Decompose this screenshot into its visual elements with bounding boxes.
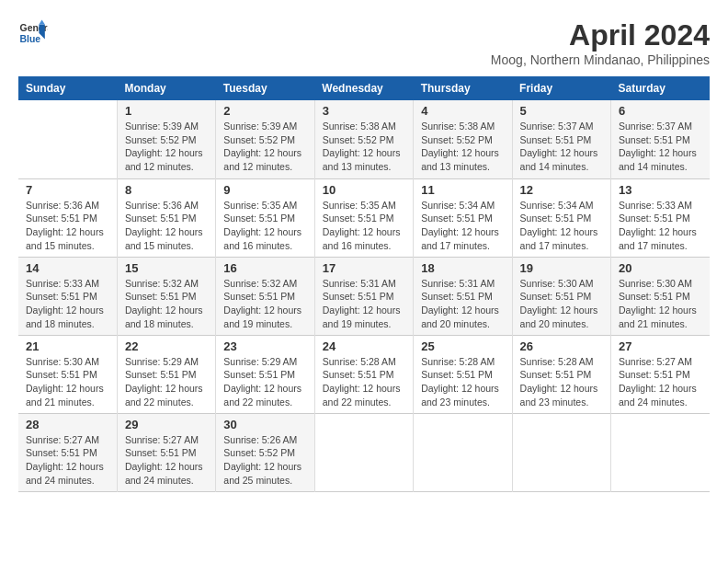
calendar-cell: 28Sunrise: 5:27 AMSunset: 5:51 PMDayligh… xyxy=(18,413,117,491)
weekday-header-friday: Friday xyxy=(512,76,610,100)
day-number: 11 xyxy=(421,183,504,197)
day-number: 18 xyxy=(421,261,504,275)
calendar-week-row: 7Sunrise: 5:36 AMSunset: 5:51 PMDaylight… xyxy=(18,178,710,257)
weekday-header-wednesday: Wednesday xyxy=(314,76,413,100)
calendar-cell: 24Sunrise: 5:28 AMSunset: 5:51 PMDayligh… xyxy=(314,335,413,413)
calendar-cell: 16Sunrise: 5:32 AMSunset: 5:51 PMDayligh… xyxy=(216,257,314,335)
day-number: 22 xyxy=(125,339,208,353)
day-number: 9 xyxy=(223,183,306,197)
calendar-cell: 25Sunrise: 5:28 AMSunset: 5:51 PMDayligh… xyxy=(414,335,512,413)
calendar-week-row: 1Sunrise: 5:39 AMSunset: 5:52 PMDaylight… xyxy=(18,100,710,178)
day-info: Sunrise: 5:27 AMSunset: 5:51 PMDaylight:… xyxy=(26,433,109,488)
weekday-header-sunday: Sunday xyxy=(18,76,117,100)
weekday-header-thursday: Thursday xyxy=(414,76,512,100)
day-info: Sunrise: 5:29 AMSunset: 5:51 PMDaylight:… xyxy=(125,355,208,409)
day-info: Sunrise: 5:32 AMSunset: 5:51 PMDaylight:… xyxy=(125,277,208,331)
day-info: Sunrise: 5:28 AMSunset: 5:51 PMDaylight:… xyxy=(323,355,405,409)
calendar-cell: 23Sunrise: 5:29 AMSunset: 5:51 PMDayligh… xyxy=(216,335,314,413)
calendar-cell: 9Sunrise: 5:35 AMSunset: 5:51 PMDaylight… xyxy=(216,178,314,257)
day-number: 24 xyxy=(323,339,405,353)
day-info: Sunrise: 5:38 AMSunset: 5:52 PMDaylight:… xyxy=(323,120,405,174)
calendar-cell: 30Sunrise: 5:26 AMSunset: 5:52 PMDayligh… xyxy=(216,413,314,491)
day-number: 7 xyxy=(26,183,109,197)
day-number: 30 xyxy=(223,418,306,431)
day-number: 21 xyxy=(26,339,109,353)
day-info: Sunrise: 5:33 AMSunset: 5:51 PMDaylight:… xyxy=(26,277,109,331)
day-number: 1 xyxy=(125,104,208,118)
day-number: 10 xyxy=(323,183,405,197)
day-info: Sunrise: 5:38 AMSunset: 5:52 PMDaylight:… xyxy=(421,120,504,174)
day-number: 28 xyxy=(26,418,109,431)
day-number: 2 xyxy=(223,104,306,118)
calendar-cell: 14Sunrise: 5:33 AMSunset: 5:51 PMDayligh… xyxy=(18,257,117,335)
calendar-cell: 13Sunrise: 5:33 AMSunset: 5:51 PMDayligh… xyxy=(611,178,710,257)
calendar-cell xyxy=(611,413,710,491)
day-number: 12 xyxy=(520,183,603,197)
calendar-cell: 29Sunrise: 5:27 AMSunset: 5:51 PMDayligh… xyxy=(117,413,215,491)
day-info: Sunrise: 5:33 AMSunset: 5:51 PMDaylight:… xyxy=(619,199,702,253)
calendar-cell xyxy=(314,413,413,491)
calendar-cell: 6Sunrise: 5:37 AMSunset: 5:51 PMDaylight… xyxy=(611,100,710,178)
calendar-cell: 5Sunrise: 5:37 AMSunset: 5:51 PMDaylight… xyxy=(512,100,610,178)
calendar-cell: 3Sunrise: 5:38 AMSunset: 5:52 PMDaylight… xyxy=(314,100,413,178)
svg-marker-3 xyxy=(39,20,44,25)
calendar-cell: 1Sunrise: 5:39 AMSunset: 5:52 PMDaylight… xyxy=(117,100,215,178)
day-info: Sunrise: 5:30 AMSunset: 5:51 PMDaylight:… xyxy=(520,277,603,331)
calendar-cell: 4Sunrise: 5:38 AMSunset: 5:52 PMDaylight… xyxy=(414,100,512,178)
day-info: Sunrise: 5:28 AMSunset: 5:51 PMDaylight:… xyxy=(421,355,504,409)
day-info: Sunrise: 5:36 AMSunset: 5:51 PMDaylight:… xyxy=(26,199,109,253)
calendar-cell: 19Sunrise: 5:30 AMSunset: 5:51 PMDayligh… xyxy=(512,257,610,335)
day-info: Sunrise: 5:37 AMSunset: 5:51 PMDaylight:… xyxy=(520,120,603,174)
calendar-cell: 2Sunrise: 5:39 AMSunset: 5:52 PMDaylight… xyxy=(216,100,314,178)
weekday-header-saturday: Saturday xyxy=(611,76,710,100)
calendar-cell: 21Sunrise: 5:30 AMSunset: 5:51 PMDayligh… xyxy=(18,335,117,413)
calendar-week-row: 28Sunrise: 5:27 AMSunset: 5:51 PMDayligh… xyxy=(18,413,710,491)
calendar-week-row: 14Sunrise: 5:33 AMSunset: 5:51 PMDayligh… xyxy=(18,257,710,335)
day-info: Sunrise: 5:39 AMSunset: 5:52 PMDaylight:… xyxy=(125,120,208,174)
day-number: 17 xyxy=(323,261,405,275)
calendar-cell: 27Sunrise: 5:27 AMSunset: 5:51 PMDayligh… xyxy=(611,335,710,413)
title-block: April 2024 Moog, Northern Mindanao, Phil… xyxy=(491,18,710,67)
day-info: Sunrise: 5:35 AMSunset: 5:51 PMDaylight:… xyxy=(223,199,306,253)
day-info: Sunrise: 5:27 AMSunset: 5:51 PMDaylight:… xyxy=(619,355,702,409)
day-number: 26 xyxy=(520,339,603,353)
calendar-cell: 10Sunrise: 5:35 AMSunset: 5:51 PMDayligh… xyxy=(314,178,413,257)
day-info: Sunrise: 5:31 AMSunset: 5:51 PMDaylight:… xyxy=(323,277,405,331)
day-info: Sunrise: 5:26 AMSunset: 5:52 PMDaylight:… xyxy=(223,433,306,488)
day-info: Sunrise: 5:34 AMSunset: 5:51 PMDaylight:… xyxy=(421,199,504,253)
day-number: 5 xyxy=(520,104,603,118)
day-number: 15 xyxy=(125,261,208,275)
day-info: Sunrise: 5:32 AMSunset: 5:51 PMDaylight:… xyxy=(223,277,306,331)
calendar-cell: 17Sunrise: 5:31 AMSunset: 5:51 PMDayligh… xyxy=(314,257,413,335)
calendar-cell xyxy=(18,100,117,178)
day-number: 20 xyxy=(619,261,702,275)
weekday-header-tuesday: Tuesday xyxy=(216,76,314,100)
location-subtitle: Moog, Northern Mindanao, Philippines xyxy=(491,52,710,67)
calendar-table: SundayMondayTuesdayWednesdayThursdayFrid… xyxy=(18,76,710,492)
day-number: 4 xyxy=(421,104,504,118)
day-info: Sunrise: 5:35 AMSunset: 5:51 PMDaylight:… xyxy=(323,199,405,253)
calendar-week-row: 21Sunrise: 5:30 AMSunset: 5:51 PMDayligh… xyxy=(18,335,710,413)
day-number: 23 xyxy=(223,339,306,353)
day-number: 25 xyxy=(421,339,504,353)
day-info: Sunrise: 5:36 AMSunset: 5:51 PMDaylight:… xyxy=(125,199,208,253)
calendar-cell: 11Sunrise: 5:34 AMSunset: 5:51 PMDayligh… xyxy=(414,178,512,257)
day-info: Sunrise: 5:29 AMSunset: 5:51 PMDaylight:… xyxy=(223,355,306,409)
calendar-cell: 7Sunrise: 5:36 AMSunset: 5:51 PMDaylight… xyxy=(18,178,117,257)
logo: General Blue xyxy=(18,18,48,48)
calendar-cell xyxy=(414,413,512,491)
day-info: Sunrise: 5:39 AMSunset: 5:52 PMDaylight:… xyxy=(223,120,306,174)
day-number: 14 xyxy=(26,261,109,275)
day-number: 8 xyxy=(125,183,208,197)
day-info: Sunrise: 5:27 AMSunset: 5:51 PMDaylight:… xyxy=(125,433,208,488)
calendar-cell: 8Sunrise: 5:36 AMSunset: 5:51 PMDaylight… xyxy=(117,178,215,257)
day-number: 3 xyxy=(323,104,405,118)
day-number: 16 xyxy=(223,261,306,275)
calendar-cell: 12Sunrise: 5:34 AMSunset: 5:51 PMDayligh… xyxy=(512,178,610,257)
calendar-cell: 15Sunrise: 5:32 AMSunset: 5:51 PMDayligh… xyxy=(117,257,215,335)
calendar-cell: 26Sunrise: 5:28 AMSunset: 5:51 PMDayligh… xyxy=(512,335,610,413)
day-info: Sunrise: 5:30 AMSunset: 5:51 PMDaylight:… xyxy=(26,355,109,409)
day-number: 6 xyxy=(619,104,702,118)
weekday-header-row: SundayMondayTuesdayWednesdayThursdayFrid… xyxy=(18,76,710,100)
day-number: 27 xyxy=(619,339,702,353)
